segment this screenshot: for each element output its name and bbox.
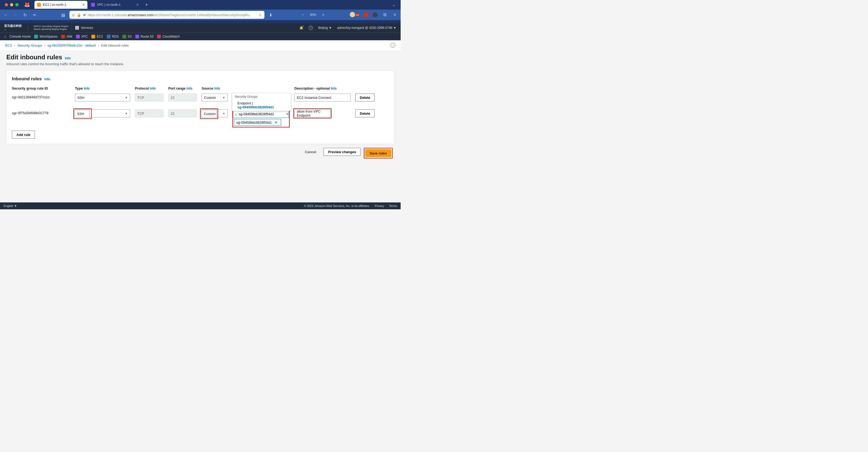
chevron-right-icon: › (14, 43, 15, 48)
bell-icon[interactable]: 🔔 (300, 26, 303, 30)
zoom-out-button[interactable]: − (300, 12, 306, 17)
home-icon: ⌂ (4, 35, 8, 38)
zoom-in-button[interactable]: + (320, 12, 327, 17)
aws-logo[interactable]: 亚马逊云科技 ⌣ NWCD operating Ningxia Region S… (4, 24, 69, 32)
description-input[interactable]: allow from VPC Endpoint (294, 110, 331, 117)
aws-favorites-bar: ⌂Console Home WorkSpaces IAM VPC EC2 RDS… (0, 32, 401, 40)
delete-button[interactable]: Delete (355, 110, 375, 117)
chevron-down-icon: ▼ (223, 96, 225, 99)
header-protocol: Protocol Info (135, 86, 163, 90)
fav-rds[interactable]: RDS (107, 35, 119, 38)
preview-button[interactable]: Preview changes (323, 148, 361, 156)
clear-icon[interactable]: ✕ (285, 112, 290, 116)
terms-link[interactable]: Terms (389, 204, 397, 207)
window-controls (2, 3, 21, 6)
avatar-1[interactable]: No! (350, 12, 360, 18)
infinity-icon[interactable]: ∞ (31, 12, 38, 17)
language-selector[interactable]: English ▼ (4, 204, 17, 207)
avatar-3[interactable] (373, 12, 378, 18)
forward-button[interactable]: → (12, 12, 19, 17)
tab-close-icon[interactable]: ✕ (82, 3, 85, 7)
fav-ec2[interactable]: EC2 (91, 35, 103, 38)
protocol-field: TCP (135, 110, 163, 117)
description-input[interactable]: EC2 Instance Connect (294, 93, 350, 101)
browser-chrome: 🦊 EC2 | cn-north-1 ✕ VPC | cn-north-1 ✕ … (0, 0, 401, 23)
url-text: https://cn-north-1.console.amazonaws.com… (88, 13, 256, 17)
close-window[interactable] (5, 3, 8, 6)
header-desc: Description - optional Info (294, 86, 350, 90)
ec2-icon (91, 35, 95, 38)
cloudwatch-icon (157, 35, 161, 38)
info-panel-icon[interactable]: i (391, 43, 395, 48)
back-button[interactable]: ← (3, 12, 9, 17)
type-select[interactable]: SSH▼ (75, 93, 130, 101)
logo-sinnet: Sinnet operating Beijing Region (34, 28, 69, 31)
source-search-input[interactable]: ✕ (233, 110, 289, 118)
rds-icon (107, 35, 111, 38)
privacy-link[interactable]: Privacy (375, 204, 384, 207)
region-selector[interactable]: Beijing ▼ (318, 26, 332, 30)
help-icon[interactable]: ? (309, 26, 313, 30)
copyright: © 2023, Amazon Web Services, Inc. or its… (304, 204, 370, 207)
permissions-icon: ⇄ (83, 13, 86, 17)
source-dropdown: Security Groups Endpoint | sg-09459feb38… (232, 93, 291, 111)
crumb-sg[interactable]: Security Groups (18, 43, 42, 48)
remove-tag-icon[interactable]: ✕ (273, 120, 279, 124)
firefox-icon: 🦊 (24, 2, 30, 8)
reader-icon[interactable]: ▤ (60, 12, 66, 18)
new-tab-button[interactable]: + (143, 2, 151, 8)
aws-nav: 亚马逊云科技 ⌣ NWCD operating Ningxia Region S… (0, 23, 401, 32)
crumb-ec2[interactable]: EC2 (5, 43, 12, 48)
chevron-down-icon: ▼ (223, 112, 225, 115)
fav-cloudwatch[interactable]: CloudWatch (157, 35, 180, 38)
tab-vpc[interactable]: VPC | cn-north-1 ✕ (89, 1, 142, 9)
bookmark-star-icon[interactable]: ☆ (258, 13, 262, 17)
delete-button[interactable]: Delete (355, 93, 375, 101)
dropdown-item[interactable]: Endpoint | sg-09459feb3828f54d1 (232, 100, 291, 111)
minimize-window[interactable] (10, 3, 13, 6)
cancel-button[interactable]: Cancel (301, 148, 320, 156)
expand-tabs-icon[interactable]: ⌄ (389, 3, 399, 7)
address-bar: ← → ↻ ∞ ▤ ◇ 🔒 ⇄ https://cn-north-1.conso… (0, 9, 401, 20)
tab-close-icon[interactable]: ✕ (136, 3, 139, 7)
page-actions: Cancel Preview changes Save rules (6, 148, 393, 158)
avatar-2[interactable] (364, 12, 369, 18)
info-link[interactable]: Info (65, 56, 71, 60)
shield-icon: ◇ (72, 13, 75, 17)
rule-id: sgr-0f75d3fd598d31778 (12, 110, 70, 115)
url-input[interactable]: ◇ 🔒 ⇄ https://cn-north-1.console.amazona… (69, 11, 265, 19)
crumb-current: Edit inbound rules (101, 43, 129, 48)
services-grid-icon (75, 26, 79, 30)
port-field: 22 (168, 93, 197, 101)
page-content: Edit inbound rules Info Inbound rules co… (0, 50, 401, 202)
crumb-sg-id[interactable]: sg-0fc030f4709d4c23c - default (48, 43, 96, 48)
source-search-text[interactable] (239, 112, 283, 116)
fav-workspaces[interactable]: WorkSpaces (34, 35, 58, 38)
fav-vpc[interactable]: VPC (76, 35, 88, 38)
services-link[interactable]: Services (81, 26, 93, 30)
source-tag[interactable]: sg-09459feb3828f54d1 ✕ (234, 119, 281, 126)
save-button[interactable]: Save rules (365, 149, 391, 157)
reload-button[interactable]: ↻ (22, 12, 28, 18)
dropdown-header: Security Groups (232, 93, 291, 100)
fav-iam[interactable]: IAM (61, 35, 72, 38)
menu-icon[interactable]: ≡ (392, 12, 398, 17)
fav-route53[interactable]: Route 53 (135, 35, 154, 38)
lock-icon: 🔒 (77, 13, 81, 17)
fav-s3[interactable]: S3 (122, 35, 132, 38)
maximize-window[interactable] (16, 3, 19, 6)
extensions-icon[interactable]: ⧉ (381, 12, 388, 17)
ec2-favicon-icon (37, 3, 41, 7)
header-port: Port range Info (168, 86, 197, 90)
fav-console-home[interactable]: ⌂Console Home (4, 35, 30, 38)
chevron-down-icon: ▼ (125, 112, 128, 115)
account-selector[interactable]: admin/lxy-Isengard @ 4200-2996-0748 ▼ (337, 26, 396, 30)
download-icon[interactable]: ⬇ (268, 12, 274, 18)
source-mode-select[interactable]: Custom▼ (202, 93, 227, 101)
info-link[interactable]: Info (44, 78, 50, 81)
tab-ec2[interactable]: EC2 | cn-north-1 ✕ (34, 1, 87, 9)
route53-icon (135, 35, 139, 38)
rule-row-1: sgr-0f75d3fd598d31778 SSH SSH▼ TCP 22 Cu… (12, 110, 389, 127)
logo-nwcd: NWCD operating Ningxia Region (34, 25, 69, 28)
add-rule-button[interactable]: Add rule (12, 131, 35, 139)
